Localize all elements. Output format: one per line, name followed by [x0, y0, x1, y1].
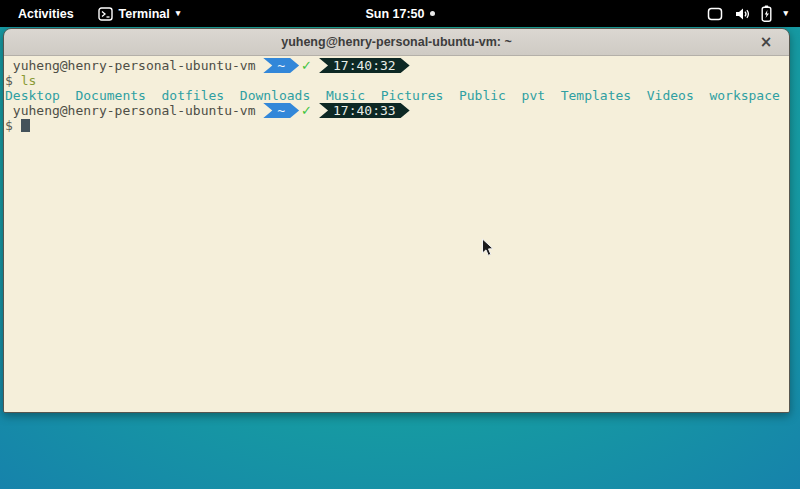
gnome-top-bar: Activities Terminal ▾ Sun 17:50 — [0, 0, 800, 27]
command-line: $ ls — [5, 73, 788, 88]
top-bar-left: Activities Terminal ▾ — [0, 3, 184, 25]
chevron-down-icon: ▾ — [783, 9, 788, 18]
window-titlebar[interactable]: yuheng@henry-personal-ubuntu-vm: ~ × — [4, 29, 789, 56]
notification-dot — [430, 11, 435, 16]
clock-button[interactable]: Sun 17:50 — [357, 3, 442, 25]
terminal-app-icon — [98, 7, 113, 21]
window-title: yuheng@henry-personal-ubuntu-vm: ~ — [281, 35, 512, 49]
prompt-dollar: $ — [5, 73, 21, 88]
clock-label: Sun 17:50 — [365, 7, 424, 21]
typed-command: ls — [21, 73, 37, 88]
terminal-window: yuheng@henry-personal-ubuntu-vm: ~ × yuh… — [3, 28, 790, 413]
battery-charging-icon — [761, 5, 772, 22]
prompt-time-segment: 17:40:32 — [319, 58, 410, 73]
prompt-path-segment: ~ — [263, 103, 299, 118]
system-status-area[interactable]: ▾ — [703, 0, 792, 27]
prompt-time-segment: 17:40:33 — [319, 103, 410, 118]
chevron-down-icon: ▾ — [176, 9, 181, 18]
prompt-dollar: $ — [5, 118, 21, 133]
ls-output-row: Desktop Documents dotfiles Downloads Mus… — [5, 88, 788, 103]
close-button[interactable]: × — [755, 29, 777, 55]
screen: Activities Terminal ▾ Sun 17:50 — [0, 0, 800, 489]
activities-button[interactable]: Activities — [12, 3, 80, 25]
prompt-path-segment: ~ — [263, 58, 299, 73]
app-menu-label: Terminal — [119, 7, 170, 21]
prompt-user-host: yuheng@henry-personal-ubuntu-vm — [5, 58, 263, 73]
desktop-background: yuheng@henry-personal-ubuntu-vm: ~ × yuh… — [0, 27, 800, 489]
terminal-content[interactable]: yuheng@henry-personal-ubuntu-vm ~ ✓ 17:4… — [4, 56, 789, 412]
app-menu-terminal[interactable]: Terminal ▾ — [94, 3, 185, 25]
prompt-line-2: yuheng@henry-personal-ubuntu-vm ~ ✓ 17:4… — [5, 103, 788, 118]
volume-icon — [734, 7, 750, 21]
status-check-icon: ✓ — [301, 103, 312, 118]
terminal-cursor — [21, 119, 30, 132]
prompt-user-host: yuheng@henry-personal-ubuntu-vm — [5, 103, 263, 118]
prompt-line-1: yuheng@henry-personal-ubuntu-vm ~ ✓ 17:4… — [5, 58, 788, 73]
status-check-icon: ✓ — [301, 58, 312, 73]
display-icon — [707, 7, 723, 21]
input-line[interactable]: $ — [5, 118, 788, 133]
